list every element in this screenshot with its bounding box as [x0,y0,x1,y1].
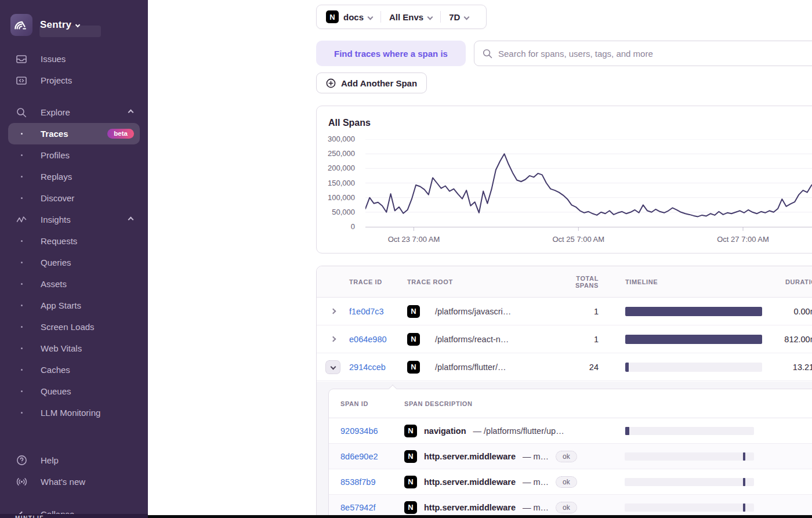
sidebar-section-insights[interactable]: Insights [8,209,140,230]
chart-plot-area[interactable] [365,139,812,232]
bullet-icon [8,133,35,135]
sidebar-item-traces[interactable]: Traces beta [8,123,140,144]
plus-circle-icon [326,78,336,88]
sidebar-item-web-vitals[interactable]: Web Vitals [8,338,140,359]
bullet-icon [8,412,35,414]
org-footer-clipped[interactable]: MINTLIF [0,514,148,518]
sidebar-section-explore[interactable]: Explore [8,102,140,123]
duration-value: 0.00ms [763,307,812,316]
nextjs-platform-icon: N [404,501,417,514]
bullet-icon [8,305,35,306]
trace-id-link[interactable]: 2914cceb [349,363,407,372]
bullet-icon [8,347,35,349]
sidebar-item-app-starts[interactable]: App Starts [8,295,140,316]
spans-table-header: SPAN ID SPAN DESCRIPTION SPAN DURATION T… [329,389,812,418]
sidebar-item-discover[interactable]: Discover [8,187,140,209]
chevron-down-icon [427,14,433,20]
span-timeline-bar [625,478,754,486]
expand-row-button[interactable] [325,305,340,318]
project-selector-value: docs [343,12,364,22]
search-icon [8,107,35,118]
sidebar-item-replays[interactable]: Replays [8,166,140,187]
trace-id-link[interactable]: e064e980 [349,335,407,344]
find-traces-label-button[interactable]: Find traces where a span is [316,41,466,66]
sidebar-item-whats-new[interactable]: What's new [8,471,140,492]
all-spans-chart-panel: All Spans span 1: All spans 050,000100,0… [316,106,812,253]
issues-icon [8,54,35,64]
add-another-span-button[interactable]: Add Another Span [316,73,427,93]
span-timeline-bar [625,427,754,435]
expand-row-button[interactable] [325,332,340,346]
section-label: Explore [41,107,70,117]
date-range-selector[interactable]: 7D [441,12,477,22]
main-content: N docs All Envs 7D Find traces where a s… [148,0,812,518]
col-span-description: SPAN DESCRIPTION [404,400,625,407]
nextjs-platform-icon: N [407,333,420,346]
timeline-bar [625,335,762,344]
sidebar-item-caches[interactable]: Caches [8,359,140,381]
sidebar-item-help[interactable]: Help [8,450,140,471]
span-row: 920934b6 Nnavigation— /platforms/flutter… [329,418,812,444]
sidebar-item-assets[interactable]: Assets [8,273,140,295]
span-desc: — m… [523,477,549,487]
span-status-badge: ok [556,451,577,462]
sentry-logo-icon [14,17,29,32]
sidebar-item-projects[interactable]: Projects [8,70,140,91]
span-row: 8d6e90e2 Nhttp.server.middleware— m…ok 0… [329,444,812,469]
total-spans-value: 1 [552,335,604,344]
sidebar-item-label: Queries [41,258,71,267]
table-row: f1e0d7c3 N/platforms/javascri… 1 0.00ms … [317,298,812,325]
y-tick-label: 300,000 [328,135,355,143]
sidebar-item-profiles[interactable]: Profiles [8,144,140,166]
timeline-bar [625,363,762,372]
span-op: http.server.middleware [424,503,516,512]
find-traces-label: Find traces where a span is [334,49,448,59]
span-desc: — m… [523,503,549,512]
trace-id-link[interactable]: f1e0d7c3 [349,307,407,316]
sidebar-item-label: Issues [41,54,66,64]
col-trace-id: TRACE ID [349,278,407,285]
sidebar-item-requests[interactable]: Requests [8,230,140,252]
sidebar-item-label: LLM Monitoring [41,408,100,418]
sidebar-item-label: Projects [41,75,72,85]
col-duration: DURATION [763,278,812,285]
span-duration-value: 0.00ms [761,452,812,461]
span-op: http.server.middleware [424,477,516,487]
sentry-logo [10,14,32,36]
sidebar-nav: Issues Projects Explore Traces beta Prof… [0,48,148,518]
sidebar-item-screen-loads[interactable]: Screen Loads [8,316,140,338]
span-duration-value: 1.56s [761,426,812,436]
sidebar-item-label: Assets [41,279,67,289]
environment-selector[interactable]: All Envs [381,12,440,22]
span-id-link[interactable]: 8538f7b9 [329,477,404,487]
bullet-icon [8,283,35,285]
trace-root-path: /platforms/javascri… [435,307,511,316]
span-id-link[interactable]: 8d6e90e2 [329,452,404,461]
divider [0,91,148,102]
collapse-row-button[interactable] [325,360,340,374]
duration-value: 812.00ms [763,335,812,344]
span-id-link[interactable]: 920934b6 [329,426,404,436]
org-footer-label: MINTLIF [0,514,148,518]
add-another-span-label: Add Another Span [341,78,417,88]
span-search-bar [474,41,812,66]
sidebar-item-label: Queues [41,386,71,396]
sidebar-item-queues[interactable]: Queues [8,381,140,402]
sidebar-item-queries[interactable]: Queries [8,252,140,273]
nextjs-platform-icon: N [404,450,417,463]
span-op: navigation [424,426,466,436]
col-trace-root: TRACE ROOT [407,278,552,285]
sidebar-item-label: Requests [41,236,77,246]
sidebar-item-llm-monitoring[interactable]: LLM Monitoring [8,402,140,423]
table-row: e064e980 N/platforms/react-n… 1 812.00ms… [317,325,812,353]
nextjs-platform-icon: N [404,476,417,488]
project-selector[interactable]: N docs [326,10,380,23]
search-input[interactable] [498,49,812,59]
span-desc: — /platforms/flutter/up… [473,426,564,436]
sidebar-item-label: Replays [41,172,72,182]
sidebar-item-label: Help [41,455,59,465]
span-id-link[interactable]: 8e57942f [329,503,404,512]
sidebar-item-label: Web Vitals [41,343,82,353]
bullet-icon [8,154,35,156]
sidebar-item-issues[interactable]: Issues [8,48,140,70]
